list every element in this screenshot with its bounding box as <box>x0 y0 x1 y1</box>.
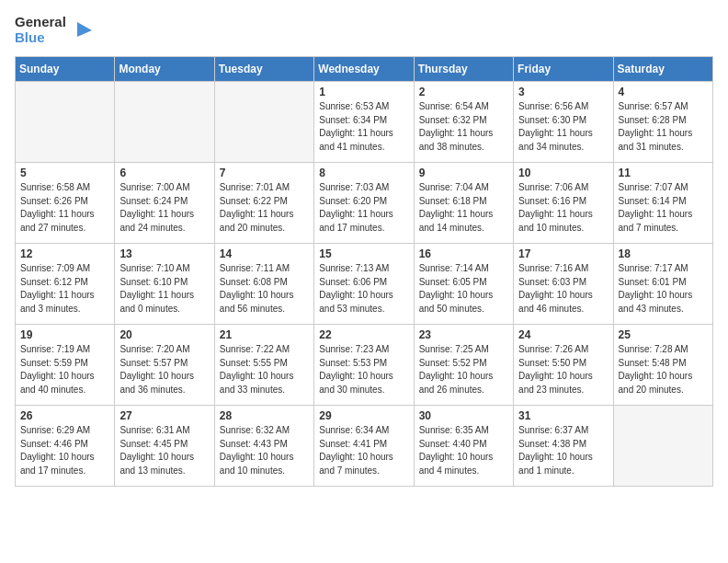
calendar-cell <box>613 406 712 487</box>
header-friday: Friday <box>514 57 613 82</box>
day-info: Sunrise: 7:11 AMSunset: 6:08 PMDaylight:… <box>220 262 309 316</box>
day-info: Sunrise: 6:29 AMSunset: 4:46 PMDaylight:… <box>20 424 109 477</box>
header-monday: Monday <box>115 57 214 82</box>
day-number: 17 <box>518 247 608 260</box>
calendar-cell: 12Sunrise: 7:09 AMSunset: 6:12 PMDayligh… <box>16 244 115 325</box>
day-number: 29 <box>319 409 408 422</box>
day-info: Sunrise: 7:00 AMSunset: 6:24 PMDaylight:… <box>119 181 209 235</box>
calendar-cell: 28Sunrise: 6:32 AMSunset: 4:43 PMDayligh… <box>214 406 313 487</box>
day-number: 10 <box>518 167 608 179</box>
header-tuesday: Tuesday <box>214 57 313 82</box>
calendar-cell <box>16 82 115 163</box>
day-info: Sunrise: 7:09 AMSunset: 6:12 PMDaylight:… <box>20 262 109 316</box>
calendar-cell: 22Sunrise: 7:23 AMSunset: 5:53 PMDayligh… <box>314 325 414 406</box>
calendar-cell: 9Sunrise: 7:04 AMSunset: 6:18 PMDaylight… <box>414 163 513 244</box>
calendar-week-row: 19Sunrise: 7:19 AMSunset: 5:59 PMDayligh… <box>16 325 713 406</box>
calendar-cell: 1Sunrise: 6:53 AMSunset: 6:34 PMDaylight… <box>314 82 414 163</box>
calendar-cell: 29Sunrise: 6:34 AMSunset: 4:41 PMDayligh… <box>314 406 414 487</box>
day-number: 7 <box>220 167 309 179</box>
day-info: Sunrise: 7:28 AMSunset: 5:48 PMDaylight:… <box>619 343 708 396</box>
calendar-cell: 7Sunrise: 7:01 AMSunset: 6:22 PMDaylight… <box>214 163 313 244</box>
logo-text-blue: Blue <box>15 30 66 46</box>
day-number: 22 <box>319 328 408 341</box>
header-thursday: Thursday <box>414 57 513 82</box>
calendar-cell: 13Sunrise: 7:10 AMSunset: 6:10 PMDayligh… <box>115 244 214 325</box>
calendar-cell: 3Sunrise: 6:56 AMSunset: 6:30 PMDaylight… <box>514 82 613 163</box>
day-info: Sunrise: 7:10 AMSunset: 6:10 PMDaylight:… <box>119 262 209 316</box>
header-saturday: Saturday <box>613 57 712 82</box>
day-number: 19 <box>20 328 109 341</box>
calendar-cell: 5Sunrise: 6:58 AMSunset: 6:26 PMDaylight… <box>16 163 115 244</box>
calendar-cell: 18Sunrise: 7:17 AMSunset: 6:01 PMDayligh… <box>613 244 712 325</box>
calendar-cell <box>115 82 214 163</box>
calendar-week-row: 5Sunrise: 6:58 AMSunset: 6:26 PMDaylight… <box>16 163 713 244</box>
day-number: 16 <box>419 247 508 260</box>
header-wednesday: Wednesday <box>314 57 414 82</box>
day-number: 28 <box>220 409 309 422</box>
day-info: Sunrise: 7:25 AMSunset: 5:52 PMDaylight:… <box>419 343 508 396</box>
calendar-week-row: 26Sunrise: 6:29 AMSunset: 4:46 PMDayligh… <box>16 406 713 487</box>
day-number: 14 <box>220 247 309 260</box>
day-number: 1 <box>319 86 408 98</box>
day-number: 25 <box>619 328 708 341</box>
svg-marker-0 <box>77 22 92 37</box>
calendar-cell: 30Sunrise: 6:35 AMSunset: 4:40 PMDayligh… <box>414 406 513 487</box>
day-info: Sunrise: 7:19 AMSunset: 5:59 PMDaylight:… <box>20 343 109 396</box>
day-number: 8 <box>319 167 408 179</box>
day-number: 11 <box>619 167 708 179</box>
day-info: Sunrise: 7:03 AMSunset: 6:20 PMDaylight:… <box>319 181 408 235</box>
calendar-cell: 27Sunrise: 6:31 AMSunset: 4:45 PMDayligh… <box>115 406 214 487</box>
day-info: Sunrise: 6:57 AMSunset: 6:28 PMDaylight:… <box>619 100 708 154</box>
day-info: Sunrise: 6:37 AMSunset: 4:38 PMDaylight:… <box>518 424 608 477</box>
page-header: General Blue <box>15 15 713 45</box>
day-info: Sunrise: 7:23 AMSunset: 5:53 PMDaylight:… <box>319 343 408 396</box>
day-number: 9 <box>419 167 508 179</box>
day-info: Sunrise: 6:31 AMSunset: 4:45 PMDaylight:… <box>119 424 209 477</box>
day-number: 5 <box>20 167 109 179</box>
calendar-cell: 17Sunrise: 7:16 AMSunset: 6:03 PMDayligh… <box>514 244 613 325</box>
day-number: 3 <box>518 86 608 98</box>
calendar-cell: 26Sunrise: 6:29 AMSunset: 4:46 PMDayligh… <box>16 406 115 487</box>
day-number: 15 <box>319 247 408 260</box>
day-info: Sunrise: 7:04 AMSunset: 6:18 PMDaylight:… <box>419 181 508 235</box>
day-number: 18 <box>619 247 708 260</box>
calendar-cell: 19Sunrise: 7:19 AMSunset: 5:59 PMDayligh… <box>16 325 115 406</box>
day-info: Sunrise: 7:14 AMSunset: 6:05 PMDaylight:… <box>419 262 508 316</box>
logo-flag-icon <box>74 20 94 40</box>
day-info: Sunrise: 7:20 AMSunset: 5:57 PMDaylight:… <box>119 343 209 396</box>
calendar-cell: 11Sunrise: 7:07 AMSunset: 6:14 PMDayligh… <box>613 163 712 244</box>
day-info: Sunrise: 7:06 AMSunset: 6:16 PMDaylight:… <box>518 181 608 235</box>
calendar-table: SundayMondayTuesdayWednesdayThursdayFrid… <box>15 56 713 487</box>
calendar-cell <box>214 82 313 163</box>
day-info: Sunrise: 7:26 AMSunset: 5:50 PMDaylight:… <box>518 343 608 396</box>
day-number: 27 <box>119 409 209 422</box>
calendar-cell: 15Sunrise: 7:13 AMSunset: 6:06 PMDayligh… <box>314 244 414 325</box>
day-number: 23 <box>419 328 508 341</box>
calendar-cell: 6Sunrise: 7:00 AMSunset: 6:24 PMDaylight… <box>115 163 214 244</box>
day-info: Sunrise: 6:54 AMSunset: 6:32 PMDaylight:… <box>419 100 508 154</box>
calendar-cell: 16Sunrise: 7:14 AMSunset: 6:05 PMDayligh… <box>414 244 513 325</box>
calendar-cell: 2Sunrise: 6:54 AMSunset: 6:32 PMDaylight… <box>414 82 513 163</box>
day-info: Sunrise: 7:16 AMSunset: 6:03 PMDaylight:… <box>518 262 608 316</box>
calendar-cell: 21Sunrise: 7:22 AMSunset: 5:55 PMDayligh… <box>214 325 313 406</box>
calendar-cell: 14Sunrise: 7:11 AMSunset: 6:08 PMDayligh… <box>214 244 313 325</box>
calendar-header-row: SundayMondayTuesdayWednesdayThursdayFrid… <box>16 57 713 82</box>
day-number: 30 <box>419 409 508 422</box>
header-sunday: Sunday <box>16 57 115 82</box>
day-info: Sunrise: 6:34 AMSunset: 4:41 PMDaylight:… <box>319 424 408 477</box>
calendar-cell: 4Sunrise: 6:57 AMSunset: 6:28 PMDaylight… <box>613 82 712 163</box>
day-number: 12 <box>20 247 109 260</box>
day-number: 21 <box>220 328 309 341</box>
day-number: 31 <box>518 409 608 422</box>
day-info: Sunrise: 6:58 AMSunset: 6:26 PMDaylight:… <box>20 181 109 235</box>
logo-text-general: General <box>15 15 66 30</box>
calendar-cell: 20Sunrise: 7:20 AMSunset: 5:57 PMDayligh… <box>115 325 214 406</box>
day-info: Sunrise: 6:53 AMSunset: 6:34 PMDaylight:… <box>319 100 408 154</box>
calendar-cell: 23Sunrise: 7:25 AMSunset: 5:52 PMDayligh… <box>414 325 513 406</box>
day-number: 4 <box>619 86 708 98</box>
day-info: Sunrise: 6:32 AMSunset: 4:43 PMDaylight:… <box>220 424 309 477</box>
day-number: 24 <box>518 328 608 341</box>
day-info: Sunrise: 7:22 AMSunset: 5:55 PMDaylight:… <box>220 343 309 396</box>
logo: General Blue <box>15 15 94 45</box>
day-number: 26 <box>20 409 109 422</box>
